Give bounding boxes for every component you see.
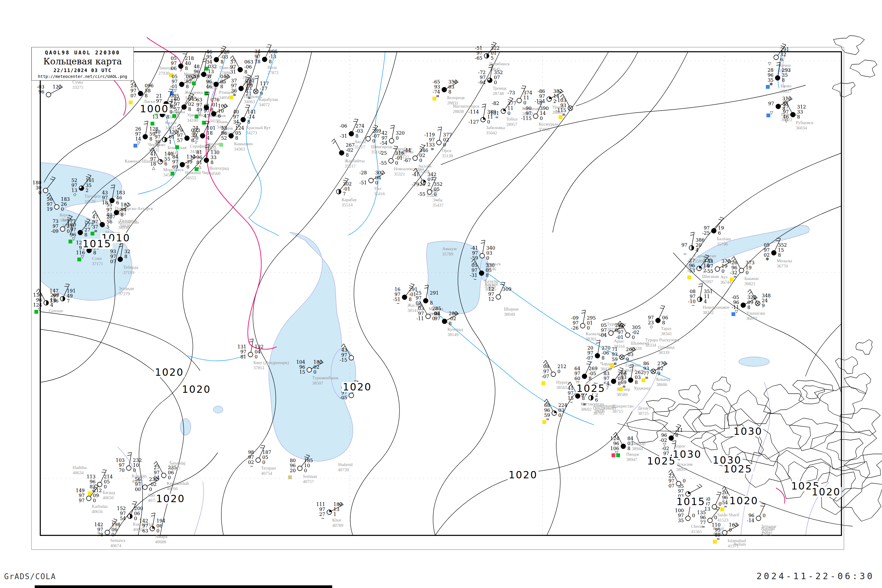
station-value-right: 124 (235, 126, 244, 130)
station-plot-35138: -11997-133377020≡Орск35138 (418, 122, 459, 163)
station-value-right: 224 (558, 403, 567, 408)
station-value-right: 0 (432, 316, 435, 321)
station-value-left: -26 (721, 261, 737, 265)
station-name: Балхаш35796 (717, 236, 731, 247)
station-value-right: 11 (704, 294, 710, 299)
station-name: Рубцовск36034 (796, 120, 813, 130)
station-value-right: 11 (487, 115, 493, 119)
station-value-right: 187 (262, 450, 272, 455)
station-id: 38944 (632, 446, 645, 451)
station-value-right: 194 (156, 519, 165, 524)
station-value-left: -11 (408, 316, 424, 321)
station-value-left: 07 (100, 259, 116, 264)
station-value-left: 93 (610, 375, 627, 380)
station-value-left: 53 (210, 126, 227, 130)
station-value-left: 97 (331, 353, 347, 357)
station-value-right: 10 (304, 464, 310, 468)
station-value-left: 37 (220, 60, 236, 64)
station-value-left: 22 (658, 474, 674, 478)
station-value-left: 96 (28, 90, 44, 94)
isobar-label: 1025 (576, 383, 606, 393)
station-plot-40680: 1429763194060Амара40680 (132, 508, 173, 549)
station-value-left: 18 (235, 81, 252, 86)
station-id: 36034 (796, 125, 813, 130)
station-id: 37279 (119, 291, 134, 296)
weather-symbol: ≡ (94, 229, 98, 233)
station-value-right: 352 (494, 70, 503, 75)
station-value-right: 062 (186, 74, 195, 79)
station-value-right: 386 (696, 238, 705, 243)
station-value-right: 0 (434, 192, 436, 196)
station-value-right: 21 (67, 224, 73, 229)
station-id: 37851 (254, 365, 289, 370)
station-value-right: 32 (780, 52, 786, 57)
station-value-left: 05 (590, 323, 607, 328)
station-id: 40739 (338, 467, 352, 472)
station-value-left: 00 (124, 487, 141, 492)
station-value-left: 40 (222, 110, 239, 114)
station-value-right: 11 (507, 106, 513, 111)
station-name: Уил35416 (374, 186, 385, 196)
station-value-left: -115 (515, 116, 531, 121)
station-value-right: 8 (269, 59, 272, 64)
station-value-right: 33 (210, 155, 216, 160)
station-value-left: 05 (753, 243, 770, 248)
station-value-left: 26 (124, 127, 141, 131)
station-value-left: -09 (42, 229, 58, 234)
station-value-right: 05 (262, 455, 268, 460)
station-value-right: 49 (67, 294, 73, 298)
station-name: Морозовск34545 (163, 167, 184, 178)
station-id: 33275 (72, 85, 84, 90)
station-value-left: 40 (144, 130, 160, 134)
station-name: Сумы33275 (72, 80, 84, 90)
station-value-left: 97 (108, 463, 124, 468)
station-value-right: 15 (778, 248, 784, 252)
weather-symbol: ≡ (431, 147, 434, 151)
station-value-right: 0 (487, 120, 490, 124)
station-value-left: 97 (124, 482, 141, 487)
marker-b (732, 312, 735, 316)
isobar-label: 1020 (342, 382, 373, 392)
station-value-left: 03 (408, 306, 424, 311)
station-value-left: 80 (279, 458, 296, 463)
station-value-right: 02 (657, 366, 663, 371)
station-plot-35437: -25-55352050Эмба35437 (409, 171, 450, 213)
isobar-label: 1020 (155, 494, 186, 504)
isobar-label: 1020 (508, 470, 538, 480)
station-value-right: 01 (490, 51, 496, 56)
marker-y (542, 420, 546, 424)
station-value-left: 97 (230, 350, 246, 354)
station-value-right: 279 (657, 362, 666, 366)
station-value-left: 97 (607, 330, 624, 335)
source-url: http://meteocenter.net/circ/UAOL.png (32, 74, 134, 79)
station-value-right: 375 (703, 258, 712, 263)
station-name: Волгоград34560 (209, 165, 229, 176)
station-value-left: -05 (331, 395, 347, 400)
station-value-left: 07 (658, 484, 674, 488)
station-value-left: 0 (25, 190, 42, 195)
station-value-left: 97 (658, 478, 674, 483)
station-id: 34936 (118, 225, 139, 230)
station-value-left: -15 (331, 358, 347, 363)
station-value-right: 24 (762, 298, 768, 303)
station-value-left: 97 (384, 292, 400, 297)
station-value-left: 18 (244, 59, 261, 64)
station-id: 35042 (486, 130, 505, 135)
marker-y (559, 115, 562, 119)
station-value-right: 0 (304, 468, 307, 473)
isobar-label: 1020 (181, 384, 212, 394)
station-value-left: 97 (753, 248, 770, 252)
map-title: Кольцевая карта (32, 56, 134, 66)
station-value-right: 0 (111, 532, 114, 537)
station-plot-37279: Зугдиди37279 (100, 267, 141, 308)
station-value-left: -51 (466, 46, 483, 51)
station-value-right: 04 (375, 176, 381, 180)
station-value-left: 15 (289, 370, 305, 375)
station-value-left: 97 (469, 75, 486, 80)
station-value-left: 97 (758, 101, 774, 106)
station-name: Banihal42045 (761, 526, 775, 537)
station-name: Аяккум35789 (442, 246, 457, 256)
weather-symbol: ▽ (784, 119, 788, 123)
station-value-right: 177 (67, 219, 76, 224)
station-value-left: 96 (26, 298, 42, 303)
